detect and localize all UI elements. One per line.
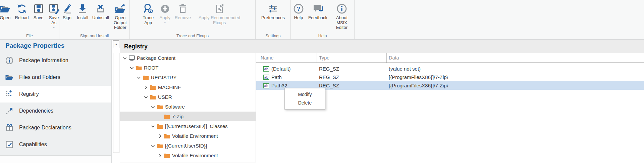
registry-value-name: abPath [256,74,317,80]
context-menu: ModifyDelete [284,88,325,110]
chevron-down-icon[interactable] [143,94,149,100]
sidebar-item-capabilities[interactable]: Capabilities [0,136,111,153]
ribbon-button-help[interactable]: ?Help [291,2,306,21]
chevron-down-icon[interactable] [129,65,135,71]
ribbon-button-label: Apply Recommended Fixups [195,15,244,25]
tree-node-package-content[interactable]: Package Content [120,53,256,63]
registry-tree: Package ContentROOTREGISTRYMACHINEUSERSo… [120,53,256,162]
ribbon-button-label: Reload [15,15,29,21]
tree-node-label: MACHINE [158,84,181,90]
scroll-up-button[interactable]: ▲ [113,40,119,48]
tree-node-currentusersid[interactable]: [{CurrentUserSID}] [120,141,256,151]
tree-node-volatile-environment[interactable]: Volatile Environment [120,151,256,160]
registry-value-type: REG_SZ [317,74,387,80]
folder-icon [164,133,170,139]
tree-node-7-zip[interactable]: 7-Zip [120,112,256,121]
capabilities-icon [5,140,14,149]
folder-icon [136,65,142,71]
ribbon-button-label: Trace App [141,15,155,25]
ribbon-button-sign[interactable]: Sign [59,2,75,21]
chevron-spacer [157,114,163,119]
ribbon-button-remove: Remove [173,2,193,21]
sidebar-item-label: Package Declarations [19,125,71,131]
ribbon-button-reload[interactable]: Reload [13,2,31,21]
context-menu-item-delete[interactable]: Delete [285,99,325,107]
scrollbar-thumb[interactable] [113,53,119,153]
sidebar-item-files-and-folders[interactable]: Files and Folders [0,69,111,86]
ribbon-button-preferences[interactable]: Preferences [259,2,287,21]
chevron-down-icon[interactable] [150,104,156,110]
string-value-icon: ab [263,75,269,80]
svg-text:ab: ab [264,67,268,71]
help-icon: ? [293,3,304,14]
sidebar-item-label: Registry [19,91,39,97]
tree-vertical-scrollbar[interactable]: ▲ [112,40,120,163]
chevron-down-icon[interactable] [122,55,127,61]
ribbon-group-label: Sign and Install [59,34,129,38]
sidebar-item-label: Capabilities [19,141,47,148]
tree-node-label: Package Content [137,55,175,61]
ribbon-button-install[interactable]: Install [75,2,90,21]
chevron-right-icon[interactable] [143,85,149,90]
ribbon-button-about-msix-editor[interactable]: About MSIX Editor [329,2,354,31]
table-body: ab(Default)REG_SZ(value not set)abPathRE… [256,65,644,90]
tree-node-label: ROOT [144,65,158,71]
ribbon-button-label: Save As [48,15,60,25]
tree-node-user[interactable]: USER [120,92,256,102]
fixups-icon [214,3,225,14]
about-icon [336,3,347,14]
ribbon-button-save[interactable]: Save [31,2,46,21]
tree-node-currentusersid-classes[interactable]: [{CurrentUserSID}]_Classes [120,121,256,131]
chevron-down-icon[interactable] [136,75,142,80]
open-output-folder-icon [114,3,126,14]
ribbon-group-help: ?HelpFeedbackAbout MSIX EditorHelp [291,0,355,39]
chevron-down-icon[interactable] [150,143,156,149]
string-value-icon: ab [263,83,269,88]
sidebar-item-registry[interactable]: Registry [0,86,111,103]
save-as-icon [48,3,60,14]
ribbon-group-label: Settings [256,34,290,38]
registry-value-name: ab(Default) [256,66,317,72]
registry-header-bar: Registry [120,40,644,53]
sidebar-item-label: Files and Folders [19,74,60,80]
tree-node-machine[interactable]: MACHINE [120,82,256,92]
preferences-icon [267,3,279,14]
tree-node-label: 7-Zip [172,114,183,119]
ribbon-button-trace-app[interactable]: Trace App [139,2,157,26]
table-header: NameTypeData [256,53,644,63]
save-icon [33,3,44,14]
registry-icon [5,90,14,98]
ribbon-button-label: Feedback [308,15,327,21]
sidebar-item-package-information[interactable]: Package Information [0,52,111,69]
registry-row-default[interactable]: ab(Default)REG_SZ(value not set) [256,65,644,73]
ribbon-button-open[interactable]: Open [0,2,13,21]
registry-value-data: [{ProgramFilesX86}]\7-Zip\ [387,83,644,88]
chevron-right-icon[interactable] [157,133,163,139]
ribbon-button-feedback[interactable]: Feedback [306,2,329,21]
sidebar-item-package-declarations[interactable]: Package Declarations [0,119,111,136]
ribbon-button-uninstall[interactable]: Uninstall [90,2,111,21]
tree-node-software[interactable]: Software [120,102,256,112]
column-header-type[interactable]: Type [317,53,387,63]
trace-app-icon [143,3,154,14]
chevron-right-icon[interactable] [157,153,163,158]
registry-value-name-label: Path [271,74,282,80]
column-header-name[interactable]: Name [256,53,317,63]
folder-icon [157,123,163,130]
ribbon-button-label: About MSIX Editor [331,15,352,30]
tree-node-root[interactable]: ROOT [120,63,256,73]
registry-row-path[interactable]: abPathREG_SZ[{ProgramFilesX86}]\7-Zip\ [256,73,644,81]
sidebar-title: Package Properties [5,42,64,49]
dropdown-chevron-icon[interactable]: ⌄ [164,21,166,24]
package-information-icon [5,56,14,65]
dropdown-chevron-icon[interactable]: ⌄ [53,26,55,29]
tree-node-registry[interactable]: REGISTRY [120,73,256,82]
sidebar-item-dependencies[interactable]: Dependencies [0,103,111,119]
ribbon-button-open-output-folder[interactable]: Open Output Folder [111,2,129,31]
svg-text:ab: ab [264,84,268,88]
column-header-data[interactable]: Data [387,53,644,63]
ribbon-button-label: Preferences [261,15,285,21]
tree-node-volatile-environment[interactable]: Volatile Environment [120,131,256,141]
context-menu-item-modify[interactable]: Modify [285,90,325,99]
chevron-down-icon[interactable] [150,124,156,129]
